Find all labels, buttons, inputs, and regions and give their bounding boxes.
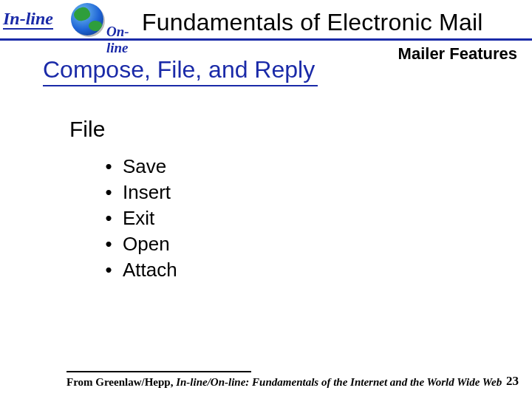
bullet-list: • Save • Insert • Exit • Open • Attach (103, 154, 177, 283)
slide-subtitle: Compose, File, and Reply (43, 56, 315, 83)
slide: In-line On-line Fundamentals of Electron… (0, 0, 532, 399)
bullet-dot-icon: • (103, 154, 114, 180)
list-item: • Open (103, 231, 177, 257)
slide-subtitle-underline (43, 85, 318, 86)
deck-title: Fundamentals of Electronic Mail (142, 9, 526, 36)
header-separator (0, 38, 532, 41)
footer-prefix: From Greenlaw/Hepp, (66, 376, 176, 388)
globe-icon (71, 3, 106, 38)
logo-inline-underline (3, 28, 53, 30)
bullet-dot-icon: • (103, 231, 114, 257)
list-item: • Insert (103, 180, 177, 205)
logo-inline-text: In-line (3, 9, 53, 29)
brand-logo: In-line On-line (3, 6, 143, 40)
section-heading: File (69, 117, 105, 142)
footer-rule (66, 371, 251, 372)
list-item: • Exit (103, 205, 177, 231)
page-number: 23 (506, 374, 519, 389)
bullet-dot-icon: • (103, 180, 114, 205)
slide-header: In-line On-line Fundamentals of Electron… (0, 4, 532, 47)
list-item-label: Exit (123, 205, 154, 231)
list-item-label: Attach (123, 257, 177, 283)
list-item-label: Open (123, 231, 170, 257)
footer-source: In-line/On-line: Fundamentals of the Int… (176, 376, 502, 388)
footer-citation: From Greenlaw/Hepp, In-line/On-line: Fun… (66, 376, 502, 389)
list-item-label: Insert (123, 180, 171, 205)
slide-topic: Mailer Features (398, 44, 517, 64)
list-item-label: Save (123, 154, 166, 180)
list-item: • Attach (103, 257, 177, 283)
bullet-dot-icon: • (103, 257, 114, 283)
bullet-dot-icon: • (103, 205, 114, 231)
list-item: • Save (103, 154, 177, 180)
